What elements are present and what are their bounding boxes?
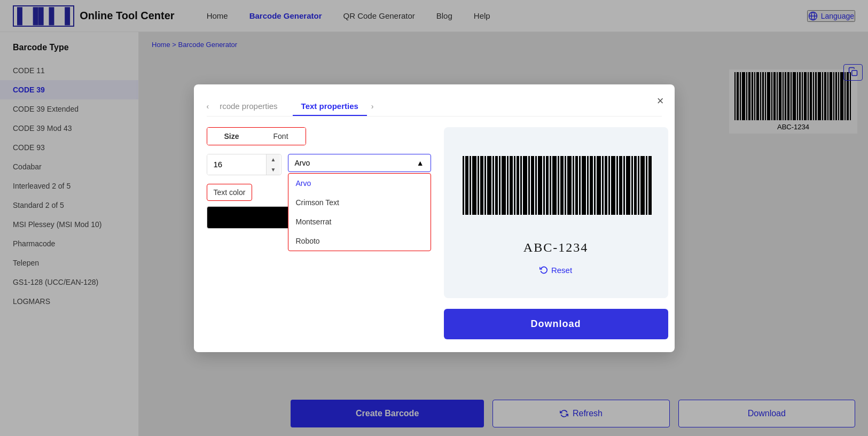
svg-rect-85	[594, 156, 596, 215]
modal-download-button[interactable]: Download	[444, 309, 668, 339]
svg-rect-88	[605, 156, 607, 215]
size-input-wrap: ▲ ▼	[207, 154, 281, 175]
font-option-roboto[interactable]: Roboto	[288, 231, 431, 251]
svg-rect-52	[472, 156, 476, 215]
svg-rect-71	[543, 156, 545, 215]
svg-rect-89	[608, 156, 610, 215]
svg-rect-96	[634, 156, 637, 215]
svg-rect-54	[480, 156, 483, 215]
svg-rect-66	[523, 156, 527, 215]
size-increment-button[interactable]: ▲	[267, 154, 280, 165]
svg-rect-75	[558, 156, 559, 215]
property-tabs: Size Font	[207, 127, 306, 145]
text-properties-tab[interactable]: Text properties	[293, 97, 367, 116]
text-color-label: Text color	[214, 188, 246, 197]
svg-rect-64	[517, 156, 519, 215]
svg-rect-93	[623, 156, 625, 215]
reset-button[interactable]: Reset	[539, 266, 572, 275]
svg-rect-77	[565, 156, 566, 215]
svg-rect-72	[546, 156, 549, 215]
font-option-arvo[interactable]: Arvo	[288, 174, 431, 193]
svg-rect-68	[531, 156, 534, 215]
svg-rect-58	[495, 156, 498, 215]
svg-rect-57	[492, 156, 494, 215]
svg-rect-69	[535, 156, 537, 215]
barcode-preview: ABC-1234 Reset	[444, 127, 668, 298]
svg-rect-98	[640, 156, 645, 215]
prev-tab[interactable]: rcode properties	[211, 97, 286, 116]
svg-rect-84	[590, 156, 593, 215]
svg-rect-53	[478, 156, 479, 215]
svg-rect-55	[484, 156, 486, 215]
svg-rect-65	[520, 156, 522, 215]
size-decrement-button[interactable]: ▼	[267, 165, 280, 175]
svg-rect-76	[560, 156, 564, 215]
size-input[interactable]	[207, 154, 266, 175]
font-tab[interactable]: Font	[256, 128, 306, 145]
modal-tabs: ‹ rcode properties Text properties ›	[207, 97, 662, 116]
reset-icon	[539, 266, 548, 274]
svg-rect-95	[631, 156, 633, 215]
font-option-crimson[interactable]: Crimson Text	[288, 193, 431, 212]
svg-rect-86	[597, 156, 601, 215]
reset-label: Reset	[551, 266, 572, 275]
svg-rect-56	[487, 156, 491, 215]
barcode-preview-svg	[455, 151, 658, 236]
text-color-label-wrap: Text color	[207, 184, 253, 201]
font-select-display[interactable]: Arvo ▲	[288, 154, 431, 172]
svg-rect-90	[611, 156, 615, 215]
svg-rect-62	[510, 156, 513, 215]
size-tab[interactable]: Size	[207, 128, 256, 145]
prev-tab-chevron[interactable]: ‹	[207, 102, 209, 111]
text-color-swatch[interactable]	[207, 206, 292, 229]
svg-rect-99	[646, 156, 647, 215]
svg-rect-87	[602, 156, 604, 215]
svg-rect-78	[567, 156, 572, 215]
modal-left-panel: Size Font ▲ ▼	[207, 127, 431, 339]
modal-right-panel: ABC-1234 Reset Download	[444, 127, 668, 339]
font-option-montserrat[interactable]: Montserrat	[288, 212, 431, 231]
svg-rect-91	[616, 156, 618, 215]
font-dropdown: Arvo Crimson Text Montserrat Roboto	[288, 173, 431, 251]
svg-rect-74	[552, 156, 557, 215]
font-dropdown-chevron: ▲	[417, 159, 424, 167]
svg-rect-83	[587, 156, 589, 215]
next-tab-chevron[interactable]: ›	[371, 102, 374, 111]
svg-rect-81	[579, 156, 581, 215]
svg-rect-82	[582, 156, 586, 215]
svg-rect-73	[550, 156, 551, 215]
svg-rect-50	[465, 156, 468, 215]
selected-font-label: Arvo	[295, 159, 310, 167]
svg-rect-94	[626, 156, 630, 215]
modal-close-button[interactable]: ×	[657, 94, 664, 108]
svg-rect-61	[507, 156, 509, 215]
size-spinners: ▲ ▼	[266, 154, 280, 175]
size-font-row: ▲ ▼ Arvo ▲ Arvo Crimson Text	[207, 154, 431, 175]
svg-rect-63	[514, 156, 515, 215]
svg-rect-70	[538, 156, 542, 215]
svg-rect-80	[575, 156, 578, 215]
svg-rect-67	[528, 156, 530, 215]
barcode-text-label: ABC-1234	[523, 240, 588, 255]
svg-rect-51	[470, 156, 471, 215]
modal-body: Size Font ▲ ▼	[207, 127, 662, 339]
svg-rect-100	[648, 156, 652, 215]
modal-overlay[interactable]: ‹ rcode properties Text properties › × S…	[0, 0, 868, 436]
svg-rect-92	[619, 156, 622, 215]
font-select-wrap: Arvo ▲ Arvo Crimson Text Montserrat Robo…	[288, 154, 431, 172]
svg-rect-79	[573, 156, 574, 215]
modal: ‹ rcode properties Text properties › × S…	[194, 84, 675, 352]
svg-rect-60	[502, 156, 506, 215]
svg-rect-97	[638, 156, 639, 215]
svg-rect-59	[499, 156, 501, 215]
svg-rect-49	[463, 156, 464, 215]
